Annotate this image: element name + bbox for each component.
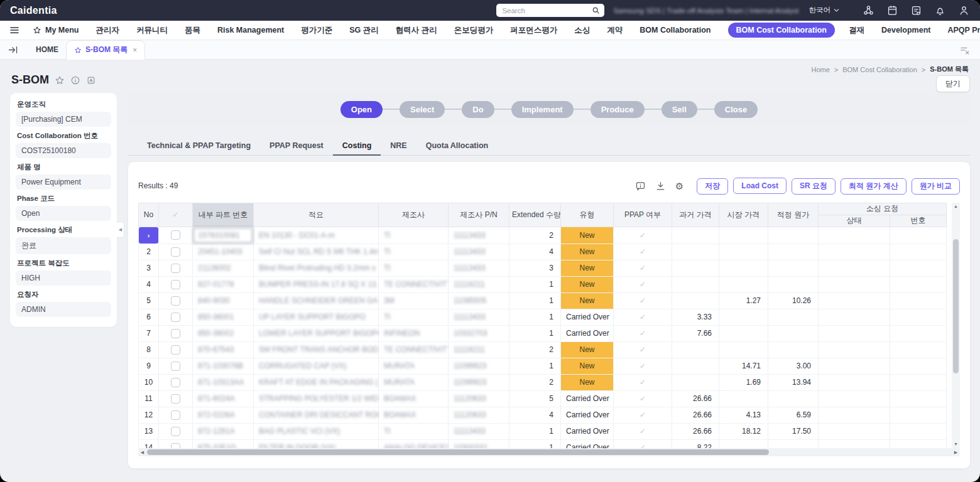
cell-checkbox[interactable]: [159, 439, 193, 448]
cell-target[interactable]: 13.94: [768, 374, 819, 390]
menu-item-item[interactable]: 온보딩평가: [454, 25, 494, 36]
cell-mfr[interactable]: 3M: [379, 292, 449, 309]
cell-past[interactable]: 7.66: [672, 325, 719, 341]
scroll-up-icon[interactable]: ▲: [952, 203, 960, 210]
menu-item-item[interactable]: 평가기준: [301, 25, 332, 36]
hamburger-menu-icon[interactable]: [9, 24, 20, 36]
cell-target[interactable]: [768, 276, 819, 292]
cell-sr_no[interactable]: [890, 309, 947, 325]
breadcrumb-item[interactable]: Home: [811, 66, 829, 73]
cell-sr_no[interactable]: [890, 260, 947, 276]
cell-desc[interactable]: Self Cl Nut SCL RD S M6 THK 1.4mm STL: [254, 244, 379, 260]
cell-qty[interactable]: 1: [509, 423, 561, 439]
cell-past[interactable]: [672, 260, 719, 276]
cell-past[interactable]: [672, 341, 719, 358]
cell-part[interactable]: 21126002: [193, 260, 254, 276]
tab-ppap-request[interactable]: PPAP Request: [260, 136, 333, 155]
col-header-target[interactable]: 적정 원가: [768, 203, 819, 227]
cell-type[interactable]: New: [561, 227, 614, 244]
menu-item-bom-cost-collaboration[interactable]: BOM Cost Collaboration: [728, 23, 835, 38]
cell-no[interactable]: 3: [139, 260, 159, 276]
tab-nre[interactable]: NRE: [381, 136, 416, 155]
cell-checkbox[interactable]: [159, 309, 193, 325]
cell-desc[interactable]: Blind Rivet Protruding HD 3.2mm x 7mm S: [254, 260, 379, 276]
cell-sr_status[interactable]: [819, 439, 890, 448]
menu-item-sg[interactable]: SG 관리: [349, 25, 379, 36]
cell-market[interactable]: 1.27: [719, 292, 768, 309]
cell-type[interactable]: Carried Over: [561, 325, 614, 341]
cell-past[interactable]: [672, 244, 719, 260]
cell-mfr[interactable]: TE CONNECTIVITY: [379, 341, 449, 358]
menu-item-item[interactable]: 결재: [849, 25, 864, 36]
cell-no[interactable]: 6: [139, 309, 159, 325]
cell-no[interactable]: 13: [139, 423, 159, 439]
cell-part[interactable]: 870-67543: [193, 341, 254, 358]
cell-type[interactable]: New: [561, 292, 614, 309]
col-header-pn[interactable]: 제조사 P/N: [449, 203, 509, 227]
favorite-star-icon[interactable]: [55, 75, 65, 85]
cell-market[interactable]: 18.12: [719, 423, 768, 439]
step-do[interactable]: Do: [462, 101, 494, 118]
cell-ppap[interactable]: ✓: [614, 374, 672, 390]
menu-item-item[interactable]: 소싱: [574, 25, 590, 36]
cell-target[interactable]: [768, 244, 819, 260]
cell-market[interactable]: [719, 439, 768, 448]
cell-pn[interactable]: 11099923: [449, 374, 509, 390]
calendar-icon[interactable]: [886, 4, 898, 16]
cell-target[interactable]: 6.59: [768, 407, 819, 423]
cell-market[interactable]: [719, 325, 768, 341]
cell-ppap[interactable]: ✓: [614, 439, 672, 448]
cell-sr_status[interactable]: [819, 325, 890, 341]
cell-no[interactable]: 11: [139, 390, 159, 407]
cell-sr_status[interactable]: [819, 260, 890, 276]
cell-part[interactable]: 871-10313AA: [193, 374, 254, 390]
cell-pn[interactable]: 11085505: [449, 292, 509, 309]
button-item[interactable]: 저장: [697, 178, 728, 195]
comment-info-icon[interactable]: [635, 181, 646, 191]
row-checkbox[interactable]: [171, 394, 180, 404]
menu-item-bom-collaboration[interactable]: BOM Collaboration: [640, 26, 710, 35]
cell-mfr[interactable]: TI: [379, 423, 449, 439]
cell-desc[interactable]: STRAPPING POLYESTER 1/2 WIDE: [254, 390, 379, 407]
cell-desc[interactable]: BUMPER PRESS-IN 17.8 SQ X 13.5 THK B: [254, 276, 379, 292]
cell-mfr[interactable]: TI: [379, 260, 449, 276]
cell-past[interactable]: 26.66: [672, 423, 719, 439]
vertical-scroll-thumb[interactable]: [953, 239, 959, 373]
cell-desc[interactable]: LOWER LAYER SUPPORT BIGOPO: [254, 325, 379, 341]
field-value[interactable]: HIGH: [16, 270, 111, 286]
vertical-scrollbar[interactable]: ▲ ▼: [952, 203, 960, 448]
row-checkbox[interactable]: [171, 443, 180, 448]
cell-mfr[interactable]: TI: [379, 227, 449, 244]
cell-sr_status[interactable]: [819, 309, 890, 325]
cell-sr_status[interactable]: [819, 341, 890, 358]
tab-technical-ppap-targeting[interactable]: Technical & PPAP Targeting: [138, 136, 260, 155]
cell-part[interactable]: 871-6024A: [193, 390, 254, 407]
cell-part[interactable]: 871-103076B: [193, 358, 254, 374]
cell-target[interactable]: 10.26: [768, 292, 819, 309]
cell-checkbox[interactable]: [159, 390, 193, 407]
cell-ppap[interactable]: ✓: [614, 227, 672, 244]
cell-market[interactable]: 4.13: [719, 407, 768, 423]
cell-desc[interactable]: HANDLE SCHNEIDER GREEN GALAXY VN: [254, 292, 379, 309]
cell-sr_no[interactable]: [890, 390, 947, 407]
cell-ppap[interactable]: ✓: [614, 407, 672, 423]
cell-past[interactable]: 26.66: [672, 407, 719, 423]
cell-checkbox[interactable]: [159, 292, 193, 309]
menu-item-development[interactable]: Development: [881, 26, 931, 35]
cell-target[interactable]: [768, 260, 819, 276]
cell-no[interactable]: 10: [139, 374, 159, 390]
col-header-sr_status[interactable]: 상태: [819, 215, 890, 227]
cell-checkbox[interactable]: [159, 358, 193, 374]
horizontal-scrollbar[interactable]: ◀ ▶: [138, 448, 960, 456]
cell-ppap[interactable]: ✓: [614, 260, 672, 276]
tab-home[interactable]: HOME: [28, 40, 66, 59]
cell-market[interactable]: 14.71: [719, 358, 768, 374]
cell-sr_no[interactable]: [890, 244, 947, 260]
cell-type[interactable]: Carried Over: [561, 309, 614, 325]
settings-gear-icon[interactable]: ⚙: [675, 181, 683, 191]
menu-item-item[interactable]: 품목: [185, 25, 200, 36]
cell-mfr[interactable]: MURATA: [379, 358, 449, 374]
cell-past[interactable]: 26.66: [672, 390, 719, 407]
cell-no[interactable]: 5: [139, 292, 159, 309]
cell-ppap[interactable]: ✓: [614, 309, 672, 325]
